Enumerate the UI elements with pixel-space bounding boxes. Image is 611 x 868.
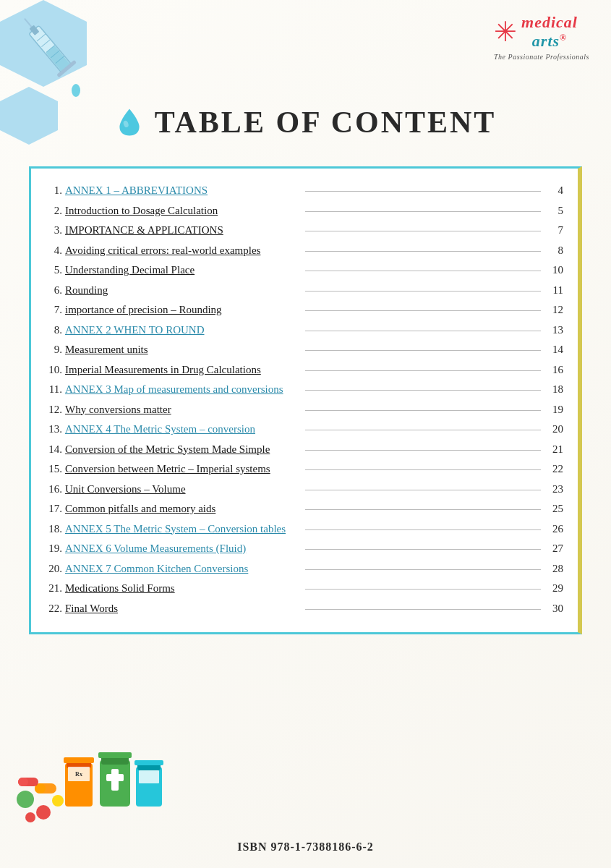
toc-page: 10 [545, 261, 563, 280]
isbn-bar: ISBN 978-1-7388186-6-2 [0, 841, 611, 854]
toc-page: 25 [545, 500, 563, 519]
toc-item[interactable]: 15.Conversion between Metric – Imperial … [42, 460, 563, 479]
toc-dots [305, 549, 541, 550]
toc-number: 7. [42, 301, 62, 320]
toc-title[interactable]: ANNEX 3 Map of measurements and conversi… [62, 380, 301, 399]
svg-point-14 [52, 795, 64, 807]
toc-title[interactable]: ANNEX 2 WHEN TO ROUND [62, 321, 301, 340]
toc-item[interactable]: 17.Common pitfalls and memory aids25 [42, 500, 563, 519]
svg-text:Rx: Rx [75, 771, 82, 778]
toc-title[interactable]: Conversion between Metric – Imperial sys… [62, 460, 301, 479]
toc-number: 1. [42, 182, 62, 200]
toc-item[interactable]: 2.Introduction to Dosage Calculation5 [42, 202, 563, 221]
logo-text: medical arts® [521, 13, 578, 51]
toc-title[interactable]: importance of precision – Rounding [62, 301, 301, 320]
toc-item[interactable]: 14.Conversion of the Metric System Made … [42, 441, 563, 459]
toc-page: 18 [545, 380, 563, 399]
toc-item[interactable]: 12.Why conversions matter19 [42, 401, 563, 420]
toc-title[interactable]: ANNEX 1 – ABBREVIATIONS [62, 182, 301, 200]
toc-item[interactable]: 21.Medications Solid Forms29 [42, 579, 563, 598]
toc-number: 11. [42, 380, 62, 399]
toc-title[interactable]: Why conversions matter [62, 401, 301, 420]
toc-page: 8 [545, 242, 563, 260]
toc-number: 5. [42, 261, 62, 280]
logo-tagline: The Passionate Professionals [494, 53, 589, 61]
toc-item[interactable]: 1.ANNEX 1 – ABBREVIATIONS4 [42, 182, 563, 200]
toc-title[interactable]: Measurement units [62, 341, 301, 359]
toc-number: 3. [42, 221, 62, 240]
toc-dots [305, 251, 541, 252]
toc-title[interactable]: Rounding [62, 281, 301, 300]
toc-item[interactable]: 6.Rounding11 [42, 281, 563, 300]
toc-number: 9. [42, 341, 62, 359]
toc-number: 4. [42, 242, 62, 260]
toc-title[interactable]: Conversion of the Metric System Made Sim… [62, 441, 301, 459]
toc-item[interactable]: 22.Final Words30 [42, 600, 563, 618]
toc-title[interactable]: Imperial Measurements in Drug Calculatio… [62, 361, 301, 380]
toc-item[interactable]: 19.ANNEX 6 Volume Measurements (Fluid)27 [42, 540, 563, 558]
toc-dots [305, 211, 541, 212]
svg-point-13 [36, 805, 51, 820]
toc-item[interactable]: 11.ANNEX 3 Map of measurements and conve… [42, 380, 563, 399]
toc-item[interactable]: 5.Understanding Decimal Place10 [42, 261, 563, 280]
logo-medical: medical [521, 13, 578, 32]
toc-page: 4 [545, 182, 563, 200]
toc-item[interactable]: 10.Imperial Measurements in Drug Calcula… [42, 361, 563, 380]
syringe-decoration [0, 0, 116, 116]
svg-rect-19 [18, 778, 28, 786]
toc-item[interactable]: 13.ANNEX 4 The Metric System – conversio… [42, 420, 563, 439]
page: ✳ medical arts® The Passionate Professio… [0, 0, 611, 868]
toc-title[interactable]: ANNEX 6 Volume Measurements (Fluid) [62, 540, 301, 558]
toc-number: 16. [42, 480, 62, 499]
logo-arts: arts® [521, 32, 578, 51]
toc-dots [305, 310, 541, 311]
svg-point-12 [17, 791, 34, 808]
svg-point-10 [72, 84, 80, 97]
toc-page: 27 [545, 540, 563, 558]
toc-item[interactable]: 3.IMPORTANCE & APPLICATIONS7 [42, 221, 563, 240]
toc-dots [305, 370, 541, 371]
toc-dots [305, 291, 541, 292]
toc-number: 8. [42, 321, 62, 340]
toc-item[interactable]: 7.importance of precision – Rounding12 [42, 301, 563, 320]
water-drop-icon [115, 108, 144, 137]
toc-title[interactable]: Common pitfalls and memory aids [62, 500, 301, 519]
toc-title[interactable]: Understanding Decimal Place [62, 261, 301, 280]
toc-number: 12. [42, 401, 62, 420]
toc-page: 22 [545, 460, 563, 479]
toc-page: 11 [545, 281, 563, 300]
toc-title[interactable]: Avoiding critical errors: real-world exa… [62, 242, 301, 260]
toc-number: 15. [42, 460, 62, 479]
isbn-text: ISBN 978-1-7388186-6-2 [237, 841, 374, 853]
toc-dots [305, 430, 541, 430]
toc-title[interactable]: ANNEX 7 Common Kitchen Conversions [62, 560, 301, 579]
toc-item[interactable]: 20.ANNEX 7 Common Kitchen Conversions28 [42, 560, 563, 579]
toc-title[interactable]: ANNEX 5 The Metric System – Conversion t… [62, 520, 301, 539]
toc-dots [305, 609, 541, 610]
toc-item[interactable]: 4.Avoiding critical errors: real-world e… [42, 242, 563, 260]
toc-dots [305, 529, 541, 530]
toc-number: 14. [42, 441, 62, 459]
toc-dots [305, 331, 541, 331]
toc-item[interactable]: 16.Unit Conversions – Volume23 [42, 480, 563, 499]
toc-number: 22. [42, 600, 62, 618]
toc-title[interactable]: Final Words [62, 600, 301, 618]
toc-number: 13. [42, 420, 62, 439]
logo-brand: ✳ medical arts® [494, 13, 589, 51]
toc-title[interactable]: ANNEX 4 The Metric System – conversion [62, 420, 301, 439]
svg-rect-22 [64, 757, 94, 763]
toc-item[interactable]: 8.ANNEX 2 WHEN TO ROUND13 [42, 321, 563, 340]
toc-dots [305, 450, 541, 451]
title-section: TABLE OF CONTENT [0, 105, 611, 140]
toc-item[interactable]: 9.Measurement units14 [42, 341, 563, 359]
toc-title[interactable]: Medications Solid Forms [62, 579, 301, 598]
toc-dots [305, 410, 541, 411]
toc-title[interactable]: Introduction to Dosage Calculation [62, 202, 301, 221]
toc-dots [305, 271, 541, 271]
toc-dots [305, 490, 541, 490]
toc-title[interactable]: Unit Conversions – Volume [62, 480, 301, 499]
toc-dots [305, 231, 541, 231]
toc-title[interactable]: IMPORTANCE & APPLICATIONS [62, 221, 301, 240]
toc-item[interactable]: 18.ANNEX 5 The Metric System – Conversio… [42, 520, 563, 539]
toc-page: 12 [545, 301, 563, 320]
